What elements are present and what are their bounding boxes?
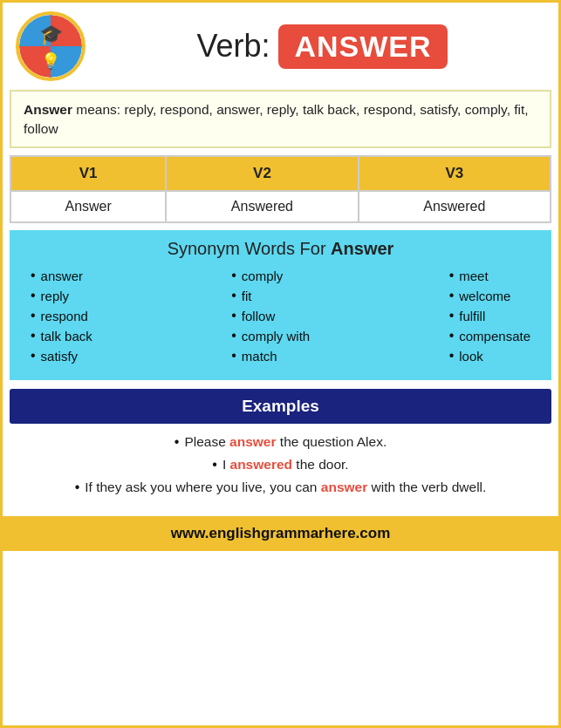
examples-list: Please answer the question Alex. I answe… [3,429,558,511]
list-item: respond [31,308,92,323]
list-item: comply [231,268,310,283]
list-item: talk back [31,328,92,344]
synonym-title: Synonym Words For Answer [22,239,539,259]
list-item: fulfill [449,308,530,323]
example-1-after: the question Alex. [277,434,387,449]
synonym-col-3: meet welcome fulfill compensate look [449,268,530,368]
example-1-highlight: answer [229,434,276,449]
example-item-1: Please answer the question Alex. [20,434,541,450]
means-word: Answer [24,102,72,117]
example-1-before: Please [184,434,229,449]
logo-hat-icon: 🎓 [39,24,63,46]
list-item: compensate [449,328,530,344]
list-item: comply with [231,328,310,344]
verb-forms-table: V1 V2 V3 Answer Answered Answered [10,155,551,223]
example-2-highlight: answered [230,457,293,472]
list-item: follow [231,308,310,323]
means-definition: means: reply, respond, answer, reply, ta… [24,102,529,136]
example-item-2: I answered the door. [20,457,541,473]
example-2-before: I [222,457,230,472]
example-3-before: If they ask you where you live, you can [85,480,321,494]
table-cell-v3: Answered [359,191,551,222]
list-item: reply [31,288,92,303]
means-section: Answer means: reply, respond, answer, re… [10,90,551,148]
table-header-v2: V2 [166,156,358,191]
table-header-v1: V1 [10,156,166,191]
table-cell-v1: Answer [10,191,166,222]
list-item: satisfy [31,348,92,364]
verb-label: Verb: [196,28,270,65]
example-3-after: with the verb dwell. [367,480,486,494]
verb-badge: ANSWER [278,24,447,69]
example-3-highlight: answer [321,480,367,494]
synonym-columns: answer reply respond talk back satisfy c… [22,268,539,368]
synonym-section: Synonym Words For Answer answer reply re… [10,230,551,380]
header: 🎓 💡 Verb: ANSWER [3,3,558,90]
list-item: fit [231,288,310,303]
list-item: meet [449,268,530,283]
synonym-col-1: answer reply respond talk back satisfy [31,268,92,368]
logo: 🎓 💡 [16,11,86,81]
examples-header: Examples [10,389,551,424]
footer-url: www.englishgrammarhere.com [171,525,391,541]
example-2-after: the door. [292,457,349,472]
list-item: look [449,348,530,364]
list-item: match [231,348,310,364]
logo-bulb-icon: 💡 [41,51,60,71]
footer: www.englishgrammarhere.com [3,516,558,551]
synonym-col-2: comply fit follow comply with match [231,268,310,368]
list-item: welcome [449,288,530,303]
example-item-3: If they ask you where you live, you can … [20,480,541,495]
list-item: answer [31,268,92,283]
table-header-v3: V3 [359,156,551,191]
table-cell-v2: Answered [166,191,358,222]
